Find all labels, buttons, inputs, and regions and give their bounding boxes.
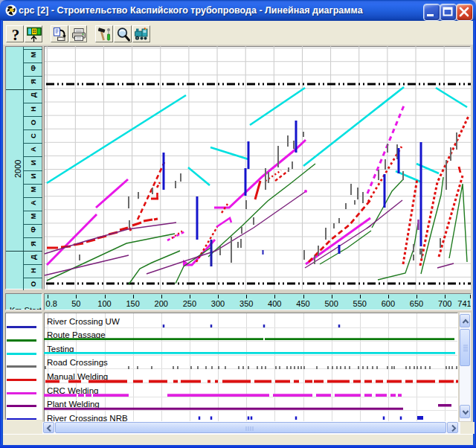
svg-text:?: ? bbox=[12, 27, 20, 42]
